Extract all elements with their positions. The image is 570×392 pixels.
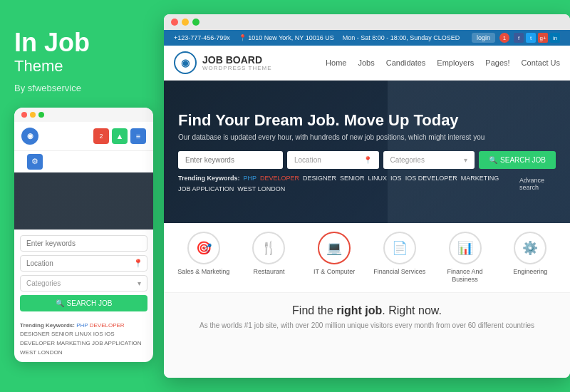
browser-dot-red xyxy=(171,19,178,26)
mobile-categories-label: Categories xyxy=(26,279,61,287)
search-keywords-input[interactable] xyxy=(178,151,283,169)
mobile-keywords-rest: DESIGNER SENIOR LINUX IOS IOS DEVELOPER … xyxy=(20,331,142,356)
cat-label-engineering: Engineering xyxy=(513,268,547,276)
location-icon: 📍 xyxy=(363,156,372,164)
keyword-php[interactable]: PHP xyxy=(244,175,257,182)
mobile-dot-red xyxy=(21,112,27,118)
chevron-down-icon: ▾ xyxy=(464,156,467,164)
cat-icon-finance: 📊 xyxy=(449,232,482,264)
brand-author: By sfwebservice xyxy=(14,83,150,93)
browser-dot-green xyxy=(192,19,200,26)
category-financial[interactable]: 📄 Financial Services xyxy=(371,232,428,284)
mobile-gear-row: ⚙ xyxy=(14,151,153,170)
mobile-keywords-input[interactable] xyxy=(20,235,147,252)
search-category-select[interactable]: Categories ▾ xyxy=(383,151,475,169)
cat-icon-sales: 🎯 xyxy=(187,232,220,264)
logo-circle-icon: ◉ xyxy=(174,51,197,74)
keyword-ios-dev[interactable]: IOS DEVELOPER xyxy=(405,175,457,182)
browser-chrome xyxy=(164,14,570,30)
nav-jobs[interactable]: Jobs xyxy=(358,58,374,67)
mobile-nav: ◉ 2 ▲ ≡ xyxy=(14,122,153,151)
search-icon: 🔍 xyxy=(56,299,64,307)
mobile-logo: ◉ xyxy=(21,128,38,145)
location-placeholder: Location xyxy=(294,156,321,164)
mobile-mockup: ◉ 2 ▲ ≡ ⚙ 📍 Categories ▾ 🔍 xyxy=(14,108,153,362)
nav-pages[interactable]: Pages! xyxy=(485,58,509,67)
keyword-job-app[interactable]: JOB APPLICATION xyxy=(178,185,234,192)
mobile-browser-chrome xyxy=(14,108,153,122)
keyword-linux[interactable]: LINUX xyxy=(368,175,388,182)
mobile-keyword-php[interactable]: PHP xyxy=(76,322,88,329)
mobile-nav-right: 2 ▲ ≡ xyxy=(93,128,146,144)
mobile-menu-icon[interactable]: ≡ xyxy=(130,128,146,144)
search-location-input[interactable]: Location 📍 xyxy=(287,151,379,169)
facebook-icon[interactable]: f xyxy=(514,33,524,43)
bottom-section: Find the right job. Right now. As the wo… xyxy=(164,293,570,378)
search-job-button[interactable]: 🔍 SEARCH JOB xyxy=(479,151,556,169)
mobile-gear-icon[interactable]: ⚙ xyxy=(27,154,43,170)
nav-home[interactable]: Home xyxy=(326,58,346,67)
chevron-down-icon: ▾ xyxy=(138,279,141,287)
cat-label-financial: Financial Services xyxy=(373,268,425,276)
category-engineering[interactable]: ⚙️ Engineering xyxy=(502,232,559,284)
hero-subtitle: Our database is updated every hour, with… xyxy=(178,133,556,141)
cat-label-restaurant: Restaurant xyxy=(253,268,284,276)
mobile-location-input[interactable] xyxy=(20,255,147,272)
cat-label-it: IT & Computer xyxy=(314,268,355,276)
keyword-west-london[interactable]: WEST LONDON xyxy=(237,185,285,192)
topbar: +123-777-456-799x 📍 1010 New York, NY 10… xyxy=(164,30,570,46)
mobile-location-wrapper: 📍 xyxy=(20,255,147,275)
category-finance-business[interactable]: 📊 Finance And Business xyxy=(437,232,494,284)
category-placeholder: Categories xyxy=(390,156,425,164)
topbar-left: +123-777-456-799x 📍 1010 New York, NY 10… xyxy=(174,34,460,41)
bottom-title-bold: right job xyxy=(336,304,382,316)
notification-badge[interactable]: 1 xyxy=(499,33,509,43)
cat-icon-financial: 📄 xyxy=(383,232,416,264)
keyword-designer[interactable]: DESIGNER xyxy=(303,175,336,182)
mobile-keyword-dev[interactable]: DEVELOPER xyxy=(90,322,125,329)
cat-label-sales: Sales & Marketing xyxy=(177,268,229,276)
bottom-title-start: Find the xyxy=(292,304,336,316)
mobile-user-icon[interactable]: ▲ xyxy=(112,128,128,144)
mobile-dot-yellow xyxy=(30,112,36,118)
mobile-search-button[interactable]: 🔍 SEARCH JOB xyxy=(20,295,147,311)
bottom-title-end: . Right now. xyxy=(382,304,442,316)
nav-links: Home Jobs Candidates Employers Pages! Co… xyxy=(326,58,560,67)
keyword-developer[interactable]: DEVELOPER xyxy=(260,175,299,182)
topbar-login-button[interactable]: login xyxy=(472,33,495,43)
category-restaurant[interactable]: 🍴 Restaurant xyxy=(241,232,298,284)
logo-area: ◉ JOB BOARD WORDPRESS THEME xyxy=(174,51,272,74)
cat-icon-restaurant: 🍴 xyxy=(252,232,285,264)
hero-section: Find Your Dream Job. Move Up Today Our d… xyxy=(164,81,570,223)
hero-title: Find Your Dream Job. Move Up Today xyxy=(178,111,556,130)
mobile-dot-green xyxy=(38,112,44,118)
mobile-search-section: 📍 Categories ▾ 🔍 SEARCH JOB xyxy=(14,229,153,317)
keyword-marketing[interactable]: MARKETING xyxy=(461,175,499,182)
brand-subtitle: Theme xyxy=(14,57,150,76)
nav-contact[interactable]: Contact Us xyxy=(522,58,560,67)
advance-search-link[interactable]: Advance search xyxy=(519,177,556,191)
topbar-address: 📍 1010 New York, NY 10016 US xyxy=(239,34,334,41)
linkedin-icon[interactable]: in xyxy=(550,33,560,43)
trending-keywords: Trending Keywords: PHP DEVELOPER DESIGNE… xyxy=(178,175,519,192)
cat-label-finance: Finance And Business xyxy=(437,268,494,284)
trending-label: Trending Keywords: xyxy=(178,175,240,182)
twitter-icon[interactable]: t xyxy=(526,33,536,43)
keyword-senior[interactable]: SENIOR xyxy=(340,175,365,182)
category-it-computer[interactable]: 💻 IT & Computer xyxy=(306,232,363,284)
nav-employers[interactable]: Employers xyxy=(437,58,474,67)
category-sales-marketing[interactable]: 🎯 Sales & Marketing xyxy=(175,232,232,284)
mobile-categories-select[interactable]: Categories ▾ xyxy=(20,275,147,292)
topbar-right: login 1 f t g+ in xyxy=(472,33,560,43)
googleplus-icon[interactable]: g+ xyxy=(538,33,548,43)
keyword-ios[interactable]: IOS xyxy=(390,175,402,182)
topbar-hours: Mon - Sat 8:00 - 18:00, Sunday CLOSED xyxy=(343,34,460,41)
logo-text-block: JOB BOARD WORDPRESS THEME xyxy=(202,55,272,71)
nav-candidates[interactable]: Candidates xyxy=(386,58,426,67)
mobile-trending-section: Trending Keywords: PHP DEVELOPER DESIGNE… xyxy=(14,317,153,362)
mobile-notification-icon[interactable]: 2 xyxy=(93,128,109,144)
hero-content: Find Your Dream Job. Move Up Today Our d… xyxy=(178,111,556,192)
desktop-preview: +123-777-456-799x 📍 1010 New York, NY 10… xyxy=(164,14,570,378)
logo-sub: WORDPRESS THEME xyxy=(202,65,272,71)
social-icons: f t g+ in xyxy=(514,33,560,43)
